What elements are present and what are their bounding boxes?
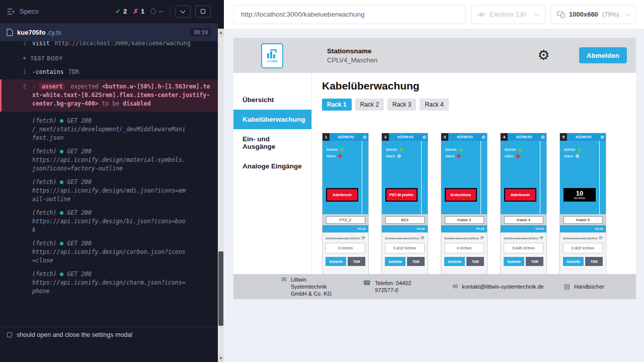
fetch-log-entry[interactable]: (fetch) GET 200 https://api.iconify.desi… xyxy=(0,178,218,204)
station-label: Stationsname xyxy=(327,47,377,55)
collapse-all-button[interactable] xyxy=(175,6,191,18)
contains-command-row[interactable]: 1 -contains TDR xyxy=(0,66,218,78)
card-header: 1 KÜ705-FO ⚙ xyxy=(323,133,368,141)
viewport-icon xyxy=(557,11,565,18)
app-sidebar: Übersicht Kabelüberwachung Ein- und Ausg… xyxy=(233,73,312,274)
littwin-logo: LITTWIN xyxy=(261,43,283,68)
refresh-icon[interactable]: ⟳ xyxy=(480,236,484,240)
schleife-button[interactable]: Schleife xyxy=(444,257,465,266)
tdr-button[interactable]: TDR xyxy=(407,257,425,266)
vertical-scrollbar[interactable]: ▲ ▼ xyxy=(218,0,224,362)
scroll-down-arrow[interactable]: ▼ xyxy=(218,354,224,362)
footer-item[interactable]: ☎ Telefon: 04402 972577-0 xyxy=(363,280,432,294)
sidebar-nav-item[interactable]: Übersicht xyxy=(233,90,311,110)
card-header: 3 KÜ705-FO ⚙ xyxy=(441,133,487,141)
browser-selector[interactable]: Electron 130 xyxy=(471,5,545,24)
fetch-status: GET 200 xyxy=(67,270,91,279)
alarm-led xyxy=(397,154,401,158)
schleife-button[interactable]: Schleife xyxy=(326,257,346,266)
footer-item[interactable]: ✉ kontakt@littwin-systemtechnik.de xyxy=(452,283,544,290)
rack-tab[interactable]: Rack 3 xyxy=(387,99,416,111)
fetch-url: https://api.iconify.design/carbon.json?i… xyxy=(32,248,186,265)
browser-name: Electron 130 xyxy=(490,11,526,18)
visit-command-row[interactable]: 1 visit http://localhost:3000/kabelueber… xyxy=(0,41,218,49)
schleife-button[interactable]: Schleife xyxy=(563,257,584,266)
divider-line xyxy=(421,141,422,214)
command-name: -contains xyxy=(32,68,63,76)
card-body: Betrieb Alarm xyxy=(501,141,546,214)
sidebar-nav-item[interactable]: Analoge Eingänge xyxy=(233,156,311,176)
footer-item[interactable]: ✉ Littwin Systemtechnik GmbH & Co. KG xyxy=(281,276,343,298)
chevron-down-icon xyxy=(535,11,540,16)
cable-strip: B23 xyxy=(382,214,428,225)
spec-header[interactable]: kue705fo .cy.ts 00:19 xyxy=(0,23,218,41)
nav-item-label: Analoge Eingänge xyxy=(243,162,302,170)
logout-button[interactable]: Abmelden xyxy=(579,47,627,63)
fetch-label: (fetch) xyxy=(32,147,56,156)
aut-region: Electron 130 1000x660 (79%) xyxy=(224,0,644,362)
fetch-log-entry[interactable]: (fetch) GET 200 https://api.iconify.desi… xyxy=(0,209,218,234)
schleife-button[interactable]: Schleife xyxy=(385,257,406,266)
next-test-title: should open and close the settings modal xyxy=(17,331,132,338)
rack-tab[interactable]: Rack 2 xyxy=(355,99,384,111)
viewport-selector[interactable]: 1000x660 (79%) xyxy=(550,5,636,24)
app-main: Kabelüberwachung Rack 1 Rack 2 Rack 3 Ra… xyxy=(312,73,636,274)
check-icon: ✓ xyxy=(115,8,121,15)
failed-assert-row[interactable]: 2 - assert expected <button.w-[50%].h-[1… xyxy=(0,79,218,112)
settings-gear-icon[interactable]: ⚙ xyxy=(538,49,550,62)
tdr-button[interactable]: TDR xyxy=(526,257,543,266)
betrieb-led xyxy=(578,148,581,151)
footer-item-icon: ▤ xyxy=(564,283,570,290)
specs-label: Specs xyxy=(20,8,39,15)
module-gear-icon[interactable]: ⚙ xyxy=(363,135,367,140)
stat-passed: ✓2 xyxy=(115,8,127,15)
sidebar-nav-item[interactable]: Kabelüberwachung xyxy=(233,110,311,129)
assert-badge: assert xyxy=(39,83,65,90)
next-test-row[interactable]: should open and close the settings modal xyxy=(0,327,218,342)
chevron-down-icon: ▼ xyxy=(22,54,27,63)
fetch-log-entry[interactable]: (fetch) GET 200 https://api.iconify.desi… xyxy=(0,239,218,265)
module-gear-icon[interactable]: ⚙ xyxy=(541,135,545,140)
status-ok-dot xyxy=(60,119,63,123)
fetch-log-entry[interactable]: (fetch) GET 200 /_next/static/developmen… xyxy=(0,117,218,142)
test-body-section-header[interactable]: ▼ TEST BODY xyxy=(0,49,218,66)
kabel-app: LITTWIN Stationsname CPLV4_Maschen ⚙ Abm… xyxy=(233,38,636,299)
specs-menu-icon[interactable] xyxy=(7,8,15,15)
refresh-icon[interactable]: ⟳ xyxy=(599,236,603,240)
module-gear-icon[interactable]: ⚙ xyxy=(481,135,486,140)
firmware-version: V4.19 xyxy=(501,225,546,232)
refresh-icon[interactable]: ⟳ xyxy=(361,236,365,240)
betrieb-led xyxy=(399,148,403,151)
url-bar[interactable] xyxy=(233,5,466,24)
module-gear-icon[interactable]: ⚙ xyxy=(600,135,604,140)
stop-run-button[interactable] xyxy=(195,6,211,18)
nav-item-label: Übersicht xyxy=(243,96,274,104)
module-model: KÜ705-FO xyxy=(508,135,541,139)
status-display: PST-M prüfen xyxy=(385,188,418,202)
scrollbar-thumb[interactable] xyxy=(218,251,223,326)
tdr-button[interactable]: TDR xyxy=(466,257,484,266)
fetch-label: (fetch) xyxy=(32,209,56,217)
module-gear-icon[interactable]: ⚙ xyxy=(422,135,426,140)
nav-item-label: Kabelüberwachung xyxy=(243,116,305,123)
refresh-icon[interactable]: ⟳ xyxy=(539,236,543,240)
footer-item[interactable]: ▤ Handbücher xyxy=(564,283,604,290)
aut-toolbar: Electron 130 1000x660 (79%) xyxy=(224,0,644,29)
schleife-button[interactable]: Schleife xyxy=(504,257,524,266)
tdr-button[interactable]: TDR xyxy=(585,257,603,266)
refresh-icon[interactable]: ⟳ xyxy=(421,236,425,240)
rack-tab[interactable]: Rack 1 xyxy=(322,99,352,111)
betrieb-label: Betrieb xyxy=(327,148,338,151)
scroll-up-arrow[interactable]: ▲ xyxy=(218,29,224,36)
fetch-log-entry[interactable]: (fetch) GET 200 https://api.iconify.desi… xyxy=(0,270,218,296)
firmware-version: V4.19 xyxy=(382,225,428,232)
stat-pending: -- xyxy=(150,8,163,15)
sidebar-nav-item[interactable]: Ein- und Ausgänge xyxy=(233,129,311,156)
tdr-button[interactable]: TDR xyxy=(348,257,365,266)
scrollbar-cap xyxy=(218,0,224,29)
fetch-url: https://api.iconify.design/charm.json?ic… xyxy=(32,279,186,296)
rack-tab[interactable]: Rack 4 xyxy=(420,99,448,111)
screen: Specs ✓2 ✗1 -- kue705fo .cy.ts 00:19 1 v… xyxy=(0,0,644,362)
fetch-log-entry[interactable]: (fetch) GET 200 https://api.iconify.desi… xyxy=(0,147,218,173)
iso-value: 10 xyxy=(576,191,583,197)
